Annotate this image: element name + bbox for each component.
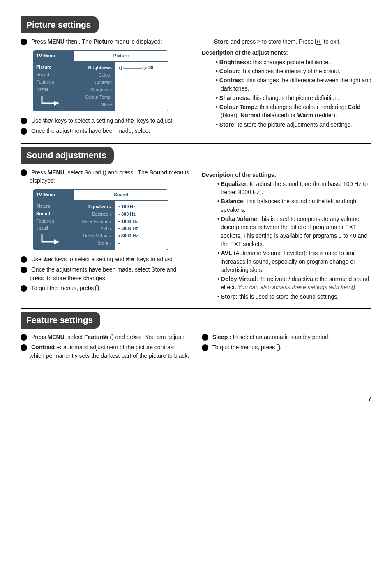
- eq-val: • 8000 Hz: [118, 232, 138, 240]
- picture-step3: 3 Once the adjustments have been made, s…: [21, 127, 190, 135]
- desc-store: • Store: this is used to store the sound…: [202, 292, 371, 301]
- sound-step4: 4 To quit the menus, press i+.: [21, 284, 190, 292]
- sound-step3: 3 Once the adjustments have been made, s…: [21, 265, 190, 282]
- step-num-3: 3: [21, 128, 27, 135]
- feature-step2: 2 Contrast +: automatic adjustment of th…: [21, 343, 190, 360]
- menu-item: Picture: [36, 203, 71, 210]
- desc-equalizer: • Equalizer: to adjust the sound tone (f…: [202, 180, 371, 197]
- setting-item: Brightness: [77, 64, 112, 72]
- info-icon: i+: [95, 285, 99, 291]
- setting-item: Colour: [77, 72, 112, 79]
- sound-step2: 2 Use the ∧ ∨ keys to select a setting a…: [21, 255, 190, 264]
- info-icon: i+: [315, 39, 322, 45]
- arrow-icon: [36, 234, 61, 246]
- adj-brightness: • Brightness: this changes picture brill…: [202, 58, 371, 66]
- arrow-icon: [36, 96, 61, 107]
- feature-step4: 4 To quit the menus, press i+.: [202, 343, 371, 351]
- desc-dolby: • Dolby Virtual: To activate / deactivat…: [202, 275, 371, 292]
- step-num-2: 2: [21, 344, 27, 351]
- menu-item: Install: [36, 86, 71, 93]
- step-num-2: 2: [21, 118, 27, 124]
- step-num-1: 1: [21, 169, 27, 176]
- adj-colour: • Colour: this changes the intensity of …: [202, 67, 371, 75]
- setting-item: Contrast: [77, 79, 112, 86]
- desc-avl: • AVL (Automatic Volume Leveller): this …: [202, 249, 371, 274]
- feature-heading: Feature settings: [21, 312, 100, 329]
- step-num-3: 3: [21, 267, 27, 273]
- setting-item: Store: [98, 241, 108, 246]
- step-num-1: 1: [21, 39, 27, 45]
- right-arrow-icon: >: [257, 38, 261, 46]
- setting-item: AVL: [100, 226, 108, 231]
- menu-item: Install: [36, 225, 71, 232]
- step-num-2: 2: [21, 256, 27, 263]
- picture-store-line: Store and press > to store them. Press i…: [202, 37, 371, 46]
- tv-menu-label: TV Menu: [36, 53, 71, 61]
- eq-val: • 100 Hz: [118, 203, 138, 211]
- menu-item: Features: [36, 79, 71, 86]
- desc-deltavol: • Delta Volume: this is used to compensa…: [202, 215, 371, 248]
- setting-item: Sharpness: [77, 86, 112, 94]
- eq-val: • 1000 Hz: [118, 218, 138, 225]
- info-icon: i+: [277, 344, 280, 351]
- menu-item: Picture: [36, 64, 71, 71]
- page-number: 7: [21, 395, 371, 403]
- setting-item: Delta Volume: [82, 219, 108, 224]
- sound-heading: Sound adjustments: [21, 147, 114, 164]
- picture-heading: Picture settings: [21, 16, 99, 33]
- menu-item: Features: [36, 218, 71, 225]
- panel-title: Sound: [74, 190, 168, 201]
- feature-step1: 1 Press MENU, select Features (∨) and pr…: [21, 333, 190, 341]
- setting-item: Balance: [92, 211, 108, 216]
- picture-step1: 1 Press MENU then >. The Picture menu is…: [21, 37, 190, 46]
- step-num-4: 4: [21, 285, 27, 292]
- setting-item: Colour Temp.: [77, 94, 112, 101]
- brightness-slider: ◁▷ 39: [118, 64, 153, 72]
- step-num-1: 1: [21, 334, 27, 341]
- menu-item: Sound: [36, 71, 71, 79]
- adj-contrast: • Contrast: this changes the difference …: [202, 76, 371, 93]
- picture-desc-heading: Description of the adjustments:: [202, 49, 371, 57]
- eq-val: •: [118, 240, 138, 247]
- sound-menu-panel: TV Menu Picture Sound Features Install S…: [33, 189, 190, 251]
- picture-step2: 2 Use the ∧ ∨ keys to select a setting a…: [21, 116, 190, 125]
- up-down-icon: ∧ ∨: [53, 117, 53, 125]
- eq-val: • 3000 Hz: [118, 225, 138, 232]
- eq-val: • 300 Hz: [118, 211, 138, 218]
- menu-item: Sound: [36, 210, 71, 218]
- panel-title: Picture: [74, 51, 168, 62]
- setting-item: Store: [77, 101, 112, 109]
- feature-step3: 3 Sleep : to select an automatic standby…: [202, 333, 371, 341]
- step-num-4: 4: [202, 344, 208, 351]
- setting-item: Equalizer: [88, 204, 108, 209]
- adj-sharpness: • Sharpness: this changes the picture de…: [202, 94, 371, 102]
- tv-menu-label: TV Menu: [36, 192, 71, 200]
- step-num-3: 3: [202, 334, 208, 341]
- desc-balance: • Balance: this balances the sound on th…: [202, 197, 371, 214]
- adj-store: • Store: to store the picture adjustment…: [202, 121, 371, 129]
- up-down-icon: ∧ ∨: [53, 255, 53, 263]
- adj-colourtemp: • Colour Temp.: this changes the colour …: [202, 103, 371, 120]
- setting-item: Dolby Virtual: [83, 233, 108, 238]
- surround-icon: ( ): [351, 284, 354, 290]
- sound-step1: 1 Press MENU, select Sound (∨) and press…: [21, 168, 190, 185]
- sound-desc-heading: Description of the settings:: [202, 171, 371, 179]
- picture-menu-panel: TV Menu Picture Sound Features Install P…: [33, 50, 190, 111]
